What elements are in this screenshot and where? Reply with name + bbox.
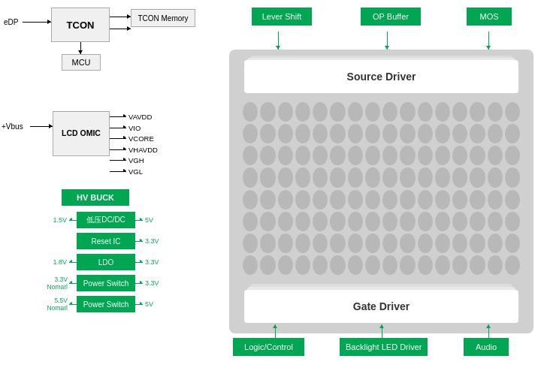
lever-shift-down-arrow [278, 32, 279, 50]
grid-dot [435, 255, 450, 275]
signal-vgh: VGH [128, 156, 144, 164]
grid-dot [313, 146, 328, 165]
comp-row-ldo: 1.8V LDO 3.3V [38, 254, 159, 270]
grid-dot [400, 234, 415, 253]
grid-dot [452, 234, 467, 253]
grid-dot [488, 212, 503, 231]
grid-dot [260, 190, 275, 210]
op-buffer-btn: OP Buffer [361, 8, 421, 26]
grid-dot [400, 167, 415, 187]
grid-dot [505, 167, 520, 187]
dcdc-right-val: 5V [143, 216, 153, 224]
grid-dot [243, 212, 258, 231]
grid-dot [452, 102, 467, 122]
grid-dot [505, 124, 520, 143]
grid-dot [348, 212, 363, 231]
grid-dot [295, 167, 310, 187]
grid-dot [365, 146, 380, 165]
edp-label: eDP [4, 18, 18, 26]
ldo-right-val: 3.3V [143, 258, 159, 266]
grid-dot [365, 167, 380, 187]
tcon-mcu-vline [80, 42, 81, 54]
lever-shift-btn: Lever Shift [252, 8, 312, 26]
reset-box: Reset IC [77, 233, 135, 249]
mcu-label: MCU [71, 58, 90, 67]
op-buffer-down-arrow [387, 32, 388, 50]
grid-dot [400, 190, 415, 210]
grid-dot [243, 255, 258, 275]
grid-dot [295, 124, 310, 143]
grid-dot [348, 255, 363, 275]
grid-dot [400, 102, 415, 122]
grid-dot [382, 234, 397, 253]
vbus-arrow [30, 126, 53, 127]
grid-dot [435, 167, 450, 187]
grid-dot [278, 234, 293, 253]
dot-grid [243, 102, 520, 275]
comp-row-dcdc: 1.5V 低压DC/DC 5V [38, 212, 153, 228]
grid-dot [365, 190, 380, 210]
grid-dot [313, 234, 328, 253]
dcdc-box: 低压DC/DC [77, 212, 135, 228]
grid-dot [365, 234, 380, 253]
grid-dot [488, 190, 503, 210]
gate-driver-box: Gate Driver [244, 290, 518, 323]
comp-row-reset: Reset IC 3.3V [38, 233, 159, 249]
grid-dot [418, 255, 433, 275]
reset-right-val: 3.3V [143, 237, 159, 245]
grid-dot [488, 234, 503, 253]
grid-dot [505, 190, 520, 210]
grid-dot [278, 146, 293, 165]
grid-dot [470, 124, 485, 143]
grid-dot [452, 255, 467, 275]
grid-dot [243, 146, 258, 165]
signal-vio: VIO [128, 124, 141, 132]
signal-lines: VAVDD VIO VCORE VHAVDD VGH VGL [110, 113, 158, 176]
grid-dot [435, 146, 450, 165]
audio-up-arrow [488, 324, 489, 338]
grid-dot [400, 124, 415, 143]
grid-dot [470, 102, 485, 122]
grid-dot [382, 190, 397, 210]
tcon-memory-label: TCON Memory [138, 14, 188, 23]
ldo-box: LDO [77, 254, 135, 270]
grid-dot [418, 234, 433, 253]
grid-dot [452, 124, 467, 143]
grid-dot [313, 102, 328, 122]
grid-dot [505, 255, 520, 275]
grid-dot [260, 102, 275, 122]
grid-dot [418, 102, 433, 122]
grid-dot [260, 167, 275, 187]
ldo-left-val: 1.8V [38, 258, 69, 266]
grid-dot [313, 167, 328, 187]
grid-dot [382, 255, 397, 275]
grid-dot [278, 124, 293, 143]
lcd-omic-label: LCD OMIC [62, 128, 101, 139]
ps1-left-val: 3.3V Nomarl [38, 276, 69, 291]
grid-dot [365, 124, 380, 143]
ps2-left-val: 5.5V Nomarl [38, 297, 69, 312]
grid-dot [330, 234, 345, 253]
grid-dot [260, 146, 275, 165]
grid-dot [295, 190, 310, 210]
grid-dot [330, 124, 345, 143]
grid-dot [418, 167, 433, 187]
grid-dot [348, 190, 363, 210]
grid-dot [330, 167, 345, 187]
grid-dot [382, 146, 397, 165]
grid-dot [470, 146, 485, 165]
grid-dot [400, 146, 415, 165]
signal-vavdd: VAVDD [128, 113, 152, 121]
logic-control-up-arrow [275, 324, 276, 338]
ps1-right-val: 3.3V [143, 279, 159, 287]
grid-dot [365, 255, 380, 275]
grid-dot [348, 146, 363, 165]
grid-dot [295, 234, 310, 253]
hv-buck-label: HV BUCK [77, 193, 114, 202]
grid-dot [330, 255, 345, 275]
grid-dot [365, 102, 380, 122]
grid-dot [278, 212, 293, 231]
grid-dot [435, 102, 450, 122]
grid-dot [278, 255, 293, 275]
grid-dot [243, 102, 258, 122]
